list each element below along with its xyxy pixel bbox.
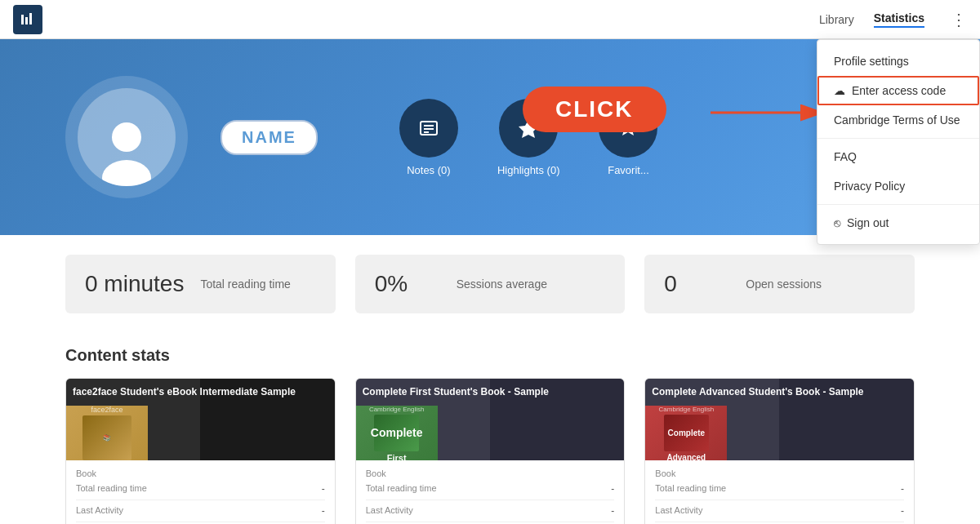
sessions-average-card: 0% Sessions average: [355, 255, 626, 313]
books-grid: face2face Student's eBook Intermediate S…: [65, 378, 915, 524]
content-stats-title: Content stats: [65, 346, 915, 365]
open-sessions-card: 0 Open sessions: [644, 255, 915, 313]
dropdown-divider: [817, 138, 979, 139]
f2f-cover-right: face2face 📚: [66, 406, 148, 460]
book-last-activity-row-2: Last Activity -: [655, 505, 904, 522]
svg-rect-0: [21, 15, 24, 24]
dropdown-enter-access-code[interactable]: ☁ Enter access code: [817, 76, 979, 105]
sessions-value: 0%: [375, 271, 440, 297]
book-cover-title-2: Complete Advanced Student's Book - Sampl…: [652, 385, 863, 399]
nav-library[interactable]: Library: [819, 13, 854, 26]
favorites-label: Favorit...: [608, 164, 649, 176]
book-cover-1: Complete First Student's Book - Sample C…: [356, 379, 625, 460]
logo[interactable]: [13, 5, 42, 34]
signout-icon: ⎋: [834, 216, 840, 229]
book-cover-2: Complete Advanced Student's Book - Sampl…: [645, 379, 914, 460]
book-info-1: Book Total reading time - Last Activity …: [356, 460, 625, 524]
book-reading-time-row-1: Total reading time -: [366, 483, 615, 500]
reading-time-value: 0 minutes: [85, 271, 184, 297]
dropdown-cambridge-terms[interactable]: Cambridge Terms of Use: [817, 105, 979, 135]
top-nav: Library Statistics ⋮ Profile settings ☁ …: [0, 0, 980, 39]
book-type-1: Book: [366, 468, 615, 478]
dropdown-privacy-policy[interactable]: Privacy Policy: [817, 171, 979, 201]
cf-cover-right: Cambridge English Complete First: [356, 406, 438, 460]
book-reading-time-row-0: Total reading time -: [76, 483, 325, 500]
svg-rect-2: [29, 13, 32, 24]
key-icon: ☁: [834, 84, 845, 97]
reading-time-label: Total reading time: [200, 278, 291, 291]
reading-time-card: 0 minutes Total reading time: [65, 255, 336, 313]
open-sessions-value: 0: [664, 271, 729, 297]
book-info-0: Book Total reading time - Last Activity …: [66, 460, 335, 524]
book-card-2[interactable]: Complete Advanced Student's Book - Sampl…: [644, 378, 915, 524]
book-info-2: Book Total reading time - Last Activity …: [645, 460, 914, 524]
svg-rect-1: [25, 17, 28, 24]
highlights-label: Highlights (0): [497, 164, 560, 176]
name-badge: NAME: [220, 120, 318, 155]
dropdown-faq[interactable]: FAQ: [817, 142, 979, 171]
dropdown-divider-2: [817, 204, 979, 205]
svg-point-3: [112, 122, 141, 152]
content-stats-section: Content stats face2face Student's eBook …: [0, 333, 980, 524]
notes-icon-item[interactable]: Notes (0): [399, 99, 458, 176]
sessions-label: Sessions average: [457, 278, 547, 291]
book-type-0: Book: [76, 468, 325, 478]
nav-links: Library Statistics ⋮: [819, 10, 967, 29]
dropdown-profile-settings[interactable]: Profile settings: [817, 47, 979, 76]
book-cover-title-0: face2face Student's eBook Intermediate S…: [73, 385, 296, 399]
notes-label: Notes (0): [407, 164, 450, 176]
nav-statistics[interactable]: Statistics: [874, 11, 924, 28]
dropdown-sign-out[interactable]: ⎋ Sign out: [817, 208, 979, 238]
open-sessions-label: Open sessions: [746, 278, 822, 291]
nav-more-icon[interactable]: ⋮: [951, 10, 967, 29]
notes-circle: [399, 99, 458, 158]
click-button[interactable]: CLICK: [523, 87, 666, 132]
book-last-activity-row-0: Last Activity -: [76, 505, 325, 522]
book-card-0[interactable]: face2face Student's eBook Intermediate S…: [65, 378, 336, 524]
svg-point-4: [102, 160, 151, 186]
book-last-activity-row-1: Last Activity -: [366, 505, 615, 522]
ca-cover-right: Cambridge English Complete Advanced: [645, 406, 727, 460]
stats-section: 0 minutes Total reading time 0% Sessions…: [0, 235, 980, 333]
book-cover-title-1: Complete First Student's Book - Sample: [363, 385, 549, 399]
book-card-1[interactable]: Complete First Student's Book - Sample C…: [355, 378, 626, 524]
book-reading-time-row-2: Total reading time -: [655, 483, 904, 500]
book-type-2: Book: [655, 468, 904, 478]
book-cover-0: face2face Student's eBook Intermediate S…: [66, 379, 335, 460]
dropdown-menu: Profile settings ☁ Enter access code Cam…: [817, 39, 980, 245]
